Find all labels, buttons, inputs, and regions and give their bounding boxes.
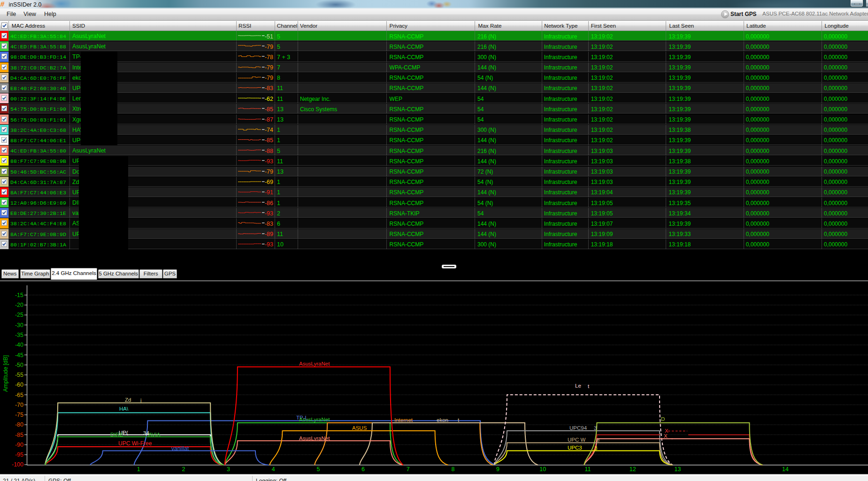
svg-text:AVIA: AVIA xyxy=(148,432,161,437)
svg-text:Le: Le xyxy=(575,383,581,389)
svg-text:7: 7 xyxy=(407,466,410,473)
svg-text:AsusLyraNet: AsusLyraNet xyxy=(299,361,330,366)
svg-text:3: 3 xyxy=(594,425,597,431)
svg-text:t: t xyxy=(458,417,460,423)
svg-text:-60: -60 xyxy=(15,382,23,388)
svg-text:2: 2 xyxy=(182,466,185,473)
svg-text:-75: -75 xyxy=(15,412,23,418)
svg-text:-95: -95 xyxy=(15,451,23,458)
svg-text:t: t xyxy=(588,383,590,389)
svg-text:13: 13 xyxy=(674,466,681,473)
svg-text:Internet: Internet xyxy=(394,417,413,423)
svg-text:ekon: ekon xyxy=(437,417,448,423)
svg-text:UPC3: UPC3 xyxy=(568,445,582,450)
svg-text:-70: -70 xyxy=(15,402,23,408)
svg-text:AsusLyraNet: AsusLyraNet xyxy=(299,435,330,441)
svg-text:14: 14 xyxy=(782,466,789,473)
svg-text:HA\: HA\ xyxy=(119,406,129,412)
svg-text:-50: -50 xyxy=(15,362,23,368)
svg-text:5: 5 xyxy=(316,466,320,473)
svg-text:e: e xyxy=(597,437,599,443)
svg-text:-55: -55 xyxy=(15,372,23,378)
svg-text:-15: -15 xyxy=(15,292,23,298)
svg-text:-45: -45 xyxy=(15,352,23,359)
svg-text:-85: -85 xyxy=(15,432,23,438)
svg-text:-20: -20 xyxy=(15,302,23,308)
svg-text:DIRE: DIRE xyxy=(110,432,123,437)
svg-text:AsusLyraNet: AsusLyraNet xyxy=(299,417,330,422)
svg-text:8: 8 xyxy=(452,466,455,473)
svg-text:j: j xyxy=(140,397,142,403)
svg-text:6: 6 xyxy=(361,466,365,473)
svg-text:UPC Wi-Free: UPC Wi-Free xyxy=(118,440,152,447)
svg-text:-30: -30 xyxy=(15,322,23,328)
svg-text:X: X xyxy=(664,433,668,439)
svg-text:12: 12 xyxy=(630,466,636,473)
svg-text:3: 3 xyxy=(227,466,230,473)
svg-text:ASUS: ASUS xyxy=(352,425,367,431)
svg-text:-25: -25 xyxy=(15,312,23,318)
svg-text:4: 4 xyxy=(272,466,275,473)
svg-text:Zd: Zd xyxy=(125,397,131,403)
svg-text:D: D xyxy=(661,416,665,422)
svg-text:-40: -40 xyxy=(15,342,23,348)
svg-text:-65: -65 xyxy=(15,392,23,398)
svg-text:3: 3 xyxy=(594,445,597,451)
svg-text:vanillat: vanillat xyxy=(171,445,189,452)
svg-text:-35: -35 xyxy=(15,332,23,338)
svg-text:10: 10 xyxy=(539,466,546,473)
svg-text:-80: -80 xyxy=(15,421,23,428)
svg-text:11: 11 xyxy=(585,466,591,473)
svg-text:-90: -90 xyxy=(15,442,23,448)
svg-text:UPC W: UPC W xyxy=(568,437,585,443)
svg-text:9: 9 xyxy=(496,466,499,473)
svg-text:Amplitude [dB]: Amplitude [dB] xyxy=(2,355,9,392)
svg-text:-100: -100 xyxy=(12,461,23,468)
svg-text:UPC94: UPC94 xyxy=(569,425,587,431)
svg-text:,: , xyxy=(671,434,673,440)
svg-text:1: 1 xyxy=(137,466,140,473)
